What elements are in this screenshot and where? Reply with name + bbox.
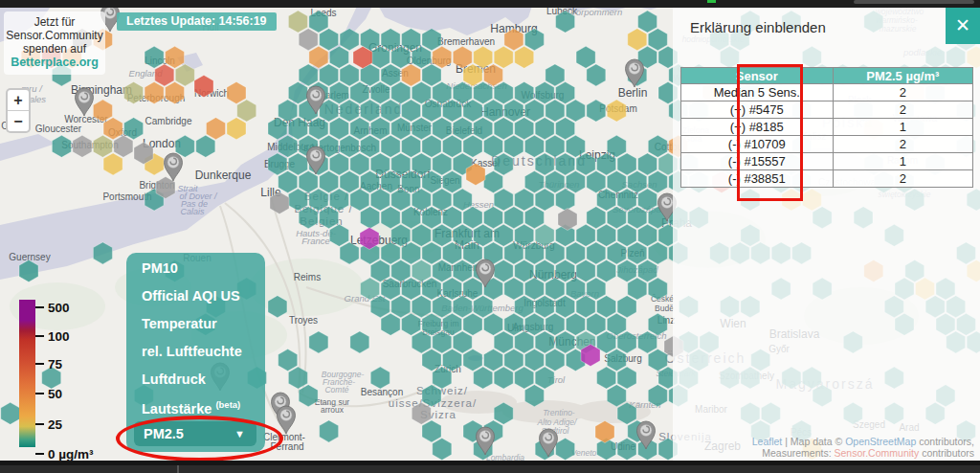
menu-item-lautstaerke[interactable]: Lautstärke (beta) [142, 399, 240, 417]
donation-line1: Jetzt für [4, 15, 105, 29]
legend-tick [35, 306, 44, 308]
map-marker[interactable] [477, 259, 495, 287]
betterplace-link[interactable]: Betterplace.org [11, 56, 99, 69]
map-marker[interactable] [637, 421, 656, 449]
leaflet-link[interactable]: Leaflet [752, 436, 783, 447]
legend-tick-label: 100 [48, 329, 70, 344]
osm-link[interactable]: OpenStreetMap [845, 436, 916, 447]
map-attribution: Leaflet | Map data © OpenStreetMap contr… [752, 436, 974, 459]
sensor-table: Sensor PM2.5 µg/m³ Median 5 Sens.2(+) #5… [680, 67, 973, 188]
sensor-community-map-app: LeedsHullLincolnEnglandBirminghamPeterbo… [0, 0, 980, 473]
sensor-community-credit: Sensor.Community [835, 447, 920, 459]
sensor-value-cell: 2 [833, 170, 972, 188]
legend-gradient-bar [19, 300, 35, 447]
map-marker[interactable] [540, 429, 558, 457]
map-marker[interactable] [477, 427, 495, 455]
sensor-value-cell: 2 [833, 101, 972, 119]
menu-item-luftdruck[interactable]: Luftdruck [142, 372, 206, 387]
sensor-value-cell: 2 [833, 84, 972, 101]
donation-line3: spenden auf [4, 42, 105, 56]
map-marker[interactable] [165, 153, 183, 181]
color-scale-legend: 5001007550250 µg/m³ [0, 292, 105, 460]
table-row: (-) #155571 [681, 153, 973, 170]
chrome-divider [177, 465, 179, 473]
legend-tick-label: 500 [48, 301, 70, 315]
sensor-value-cell: 1 [833, 119, 972, 136]
zoom-out-button[interactable]: − [8, 111, 29, 131]
value-column-header: PM2.5 µg/m³ [833, 68, 972, 84]
table-row: (+) #81851 [681, 119, 973, 136]
legend-tick [35, 335, 44, 337]
green-indicator [707, 0, 716, 3]
map-marker[interactable] [278, 406, 296, 434]
menu-item-temperatur[interactable]: Temperatur [142, 316, 217, 331]
explanation-toggle[interactable]: Erklärung einblenden [690, 19, 826, 35]
donation-box: Jetzt für Sensor.Community spenden auf B… [4, 11, 105, 75]
table-row: Median 5 Sens.2 [681, 84, 973, 101]
legend-tick [35, 423, 44, 425]
bottom-chrome-bar [0, 461, 980, 473]
table-row: (-) #107092 [681, 136, 973, 153]
legend-tick [35, 453, 44, 455]
menu-item-pm10[interactable]: PM10 [142, 260, 178, 276]
map-marker[interactable] [307, 86, 325, 114]
sensor-value-cell: 2 [833, 136, 972, 153]
beta-tag: (beta) [215, 399, 240, 410]
legend-tick [35, 363, 44, 365]
top-chrome-bar [0, 0, 980, 8]
legend-tick-label: 50 [48, 387, 62, 401]
close-icon: ✕ [955, 15, 970, 35]
zoom-control: + − [6, 88, 31, 133]
legend-tick-label: 75 [48, 357, 62, 372]
last-update-badge: Letztes Update: 14:56:19 [117, 12, 277, 31]
table-row: (+) #54752 [681, 101, 973, 119]
menu-item-official-aqi-us[interactable]: Official AQI US [142, 288, 240, 304]
explanation-panel: Erklärung einblenden ✕ Sensor PM2.5 µg/m… [673, 8, 980, 461]
legend-tick-label: 25 [48, 417, 62, 432]
legend-tick [35, 393, 44, 394]
zoom-in-button[interactable]: + [8, 90, 29, 111]
legend-tick-label: 0 µg/m³ [48, 447, 94, 462]
annotation-ellipse-pm25-selector [116, 416, 283, 462]
map-marker[interactable] [626, 59, 644, 87]
close-panel-button[interactable]: ✕ [946, 8, 980, 44]
donation-line2: Sensor.Community [4, 29, 105, 42]
map-marker[interactable] [76, 88, 94, 116]
chrome-segment [854, 0, 974, 4]
table-row: (-) #388512 [681, 170, 973, 188]
annotation-rectangle-sensor-column [737, 64, 803, 201]
map-marker[interactable] [307, 146, 325, 174]
sensor-value-cell: 1 [833, 153, 972, 170]
menu-item-rel-luftfeuchte[interactable]: rel. Luftfeuchte [142, 344, 242, 359]
